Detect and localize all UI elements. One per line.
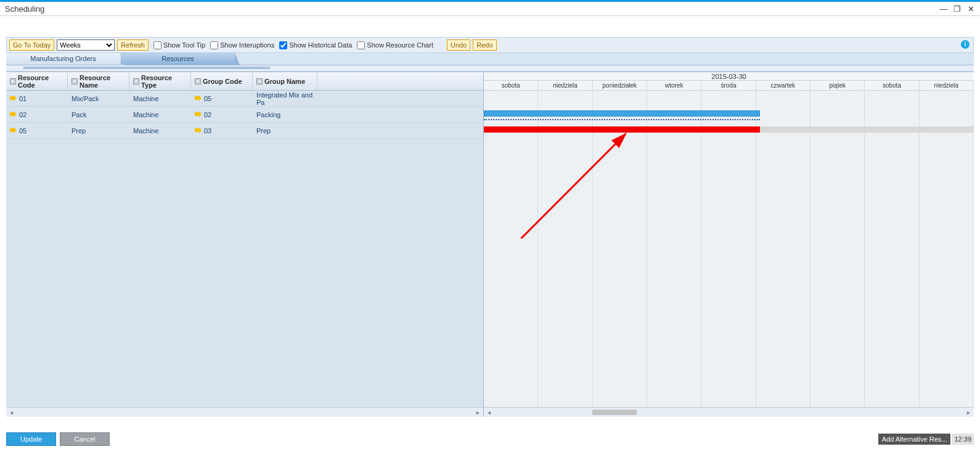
col-resource-name[interactable]: ▢Resource Name [68, 72, 129, 90]
info-icon[interactable]: i [961, 40, 970, 49]
gantt-bar-prep-gray[interactable] [760, 126, 974, 133]
toolbar: Go To Today Weeks Refresh Show Tool Tip … [6, 37, 974, 53]
tab-manufacturing-orders[interactable]: Manufacturing Orders [6, 53, 121, 65]
arrow-icon [195, 111, 202, 117]
calendar-header-date: 2015-03-30 [484, 72, 974, 81]
grid-header: ▢Resource Code ▢Resource Name ▢Resource … [6, 72, 483, 91]
mini-timeline-strip[interactable] [6, 65, 974, 72]
arrow-icon [10, 111, 17, 117]
cancel-button[interactable]: Cancel [60, 432, 109, 446]
arrow-icon [195, 127, 202, 133]
update-button[interactable]: Update [6, 432, 56, 446]
gantt-bar-pack[interactable] [484, 110, 760, 117]
day-header: czwartek [756, 81, 811, 90]
right-scrollbar[interactable]: ◄ ► [484, 407, 974, 417]
day-header: środa [701, 81, 756, 90]
refresh-button[interactable]: Refresh [117, 39, 149, 51]
col-group-code[interactable]: ▢Group Code [191, 72, 253, 90]
day-header: piątek [811, 81, 865, 90]
day-header: wtorek [647, 81, 701, 90]
table-row[interactable]: 01 Mix/Pack Machine 05 Integrated Mix an… [6, 91, 483, 107]
day-header: niedziela [920, 81, 974, 90]
undo-button[interactable]: Undo [447, 39, 470, 51]
day-header: niedziela [538, 81, 592, 90]
content-row: ▢Resource Code ▢Resource Name ▢Resource … [6, 72, 974, 417]
left-scrollbar[interactable]: ◄► [6, 407, 483, 417]
window-controls: — ❐ ✕ [939, 4, 975, 13]
window-title: Scheduling [5, 4, 44, 14]
footer: Update Cancel Add Alternative Res... 12:… [0, 429, 980, 449]
maximize-icon[interactable]: ❐ [953, 4, 962, 13]
day-header: sobota [865, 81, 919, 90]
day-header: sobota [484, 81, 538, 90]
titlebar: Scheduling — ❐ ✕ [0, 0, 980, 16]
grid-body: 01 Mix/Pack Machine 05 Integrated Mix an… [6, 91, 483, 407]
col-resource-type[interactable]: ▢Resource Type [129, 72, 191, 90]
clock: 12:39 [952, 434, 974, 445]
minimize-icon[interactable]: — [939, 4, 948, 13]
gantt-body[interactable] [484, 91, 974, 407]
show-tooltip-checkbox[interactable]: Show Tool Tip [153, 41, 205, 49]
table-row[interactable]: 02 Pack Machine 02 Packing [6, 107, 483, 123]
close-icon[interactable]: ✕ [966, 4, 975, 13]
table-row[interactable]: 05 Prep Machine 03 Prep [6, 123, 483, 139]
show-interruptions-checkbox[interactable]: Show Interuptions [210, 41, 274, 49]
gantt-bar-pack-dashed [484, 119, 760, 120]
period-select[interactable]: Weeks [57, 39, 115, 51]
show-historical-checkbox[interactable]: Show Historical Data [279, 41, 352, 49]
gantt-bar-prep-red[interactable] [484, 126, 760, 133]
tab-resources[interactable]: Resources [121, 53, 235, 65]
status-add-alternative-res[interactable]: Add Alternative Res... [878, 434, 951, 445]
arrow-icon [195, 95, 202, 101]
day-header: poniedziałek [593, 81, 647, 90]
tabs-row: Manufacturing Orders Resources [6, 53, 974, 65]
col-resource-code[interactable]: ▢Resource Code [6, 72, 68, 90]
show-resource-chart-checkbox[interactable]: Show Resource Chart [357, 41, 433, 49]
col-group-name[interactable]: ▢Group Name [253, 72, 317, 90]
arrow-icon [10, 95, 17, 101]
gantt-panel: 2015-03-30 sobota niedziela poniedziałek… [484, 72, 974, 417]
arrow-icon [10, 127, 17, 133]
resources-grid: ▢Resource Code ▢Resource Name ▢Resource … [6, 72, 484, 417]
calendar-days-header: sobota niedziela poniedziałek wtorek śro… [484, 81, 974, 91]
go-to-today-button[interactable]: Go To Today [9, 39, 54, 51]
redo-button[interactable]: Redo [473, 39, 496, 51]
